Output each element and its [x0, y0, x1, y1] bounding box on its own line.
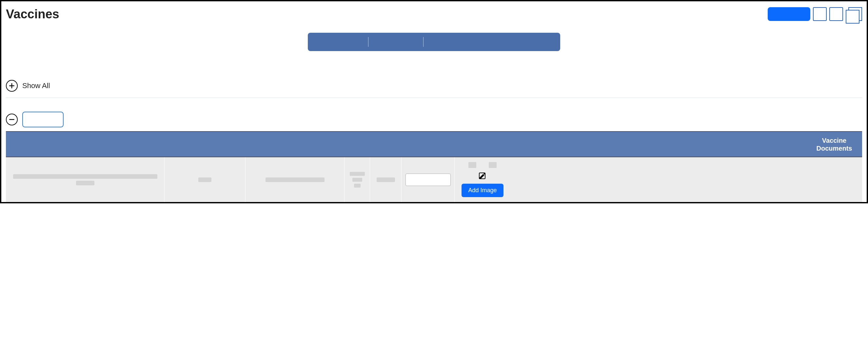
th-vaccine-documents: Vaccine Documents — [806, 132, 862, 157]
placeholder-text — [76, 181, 94, 185]
placeholder-text — [13, 174, 157, 179]
plus-icon — [8, 82, 15, 89]
edit-icon[interactable] — [478, 172, 487, 180]
doc-placeholder-row — [468, 162, 497, 168]
show-all-row: Show All — [1, 80, 867, 92]
section-title-button[interactable] — [22, 112, 64, 127]
placeholder-text — [354, 184, 361, 187]
placeholder-text — [352, 178, 362, 182]
page-header: Vaccines — [1, 1, 867, 24]
tab-3[interactable] — [424, 37, 560, 47]
td-vaccine-documents: Add Image — [455, 157, 510, 202]
placeholder-text — [377, 177, 395, 182]
secondary-action-button-2[interactable] — [829, 7, 843, 21]
td-col-1 — [6, 157, 164, 202]
tab-bar — [308, 33, 560, 51]
copy-icon-front — [846, 10, 860, 24]
page-container: Vaccines Show All — [0, 0, 868, 203]
tab-2[interactable] — [368, 37, 424, 47]
placeholder-text — [350, 172, 365, 176]
table-header: Vaccine Documents — [6, 131, 862, 157]
table-row: Add Image — [6, 157, 862, 202]
td-col-4 — [344, 157, 370, 202]
td-col-5 — [370, 157, 402, 202]
collapse-section-button[interactable] — [6, 114, 18, 126]
minus-icon — [8, 116, 15, 123]
vaccine-input[interactable] — [405, 174, 451, 186]
placeholder-text — [198, 177, 211, 182]
td-col-2 — [164, 157, 246, 202]
placeholder-text — [468, 162, 476, 168]
td-col-6 — [402, 157, 455, 202]
copy-stack-button[interactable] — [846, 7, 862, 24]
show-all-label: Show All — [22, 81, 50, 90]
header-actions — [768, 7, 862, 24]
tab-1[interactable] — [308, 37, 368, 47]
add-image-button[interactable]: Add Image — [462, 184, 503, 197]
vaccine-table: Vaccine Documents — [6, 131, 862, 202]
placeholder-text — [489, 162, 497, 168]
secondary-action-button-1[interactable] — [813, 7, 827, 21]
td-col-3 — [246, 157, 344, 202]
expand-all-button[interactable] — [6, 80, 18, 92]
page-title: Vaccines — [6, 7, 59, 21]
section-row — [1, 112, 867, 127]
divider — [6, 98, 862, 98]
placeholder-text — [266, 177, 324, 182]
primary-action-button[interactable] — [768, 7, 810, 21]
